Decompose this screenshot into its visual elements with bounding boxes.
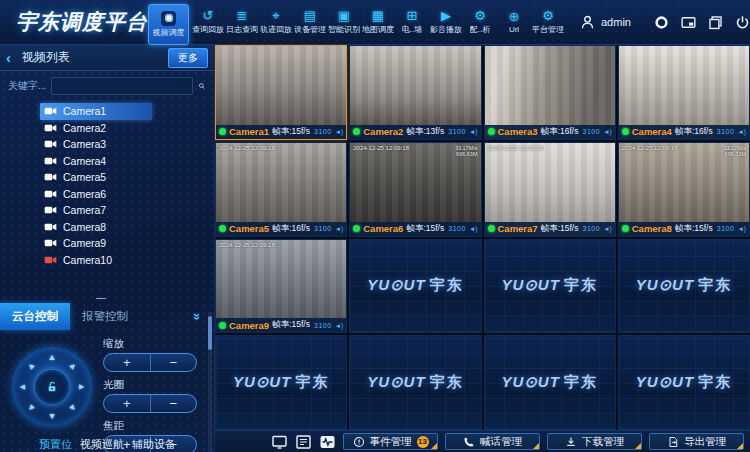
audio-icon[interactable]: ◄) bbox=[469, 128, 478, 135]
broadcast-management-button[interactable]: 喊话管理 bbox=[445, 433, 540, 450]
more-button[interactable]: 更多 bbox=[168, 48, 208, 68]
empty-tile[interactable]: YU⊙UT宇东 bbox=[349, 335, 481, 430]
link-presets[interactable]: 预置位 bbox=[39, 437, 72, 452]
tab-ptz-control[interactable]: 云台控制 bbox=[0, 303, 70, 330]
camera-icon bbox=[44, 172, 57, 182]
video-tile-camera9[interactable]: 2024-12-25 12:09:18 Camera9 帧率:15f/s 310… bbox=[215, 239, 347, 334]
nav-track-playback[interactable]: ⌖ 轨迹回放 bbox=[259, 0, 293, 45]
settings-icon[interactable] bbox=[653, 14, 670, 31]
export-management-button[interactable]: 导出管理 bbox=[649, 433, 744, 450]
audio-icon[interactable]: ◄) bbox=[335, 128, 344, 135]
list-panel-icon[interactable] bbox=[295, 434, 312, 450]
nav-map-dispatch[interactable]: ▦ 地图调度 bbox=[361, 0, 395, 45]
joystick-right[interactable]: ▲ bbox=[76, 381, 88, 393]
empty-tile[interactable]: YU⊙UT宇东 bbox=[484, 335, 616, 430]
empty-tile[interactable]: YU⊙UT宇东 bbox=[618, 335, 750, 430]
online-dot bbox=[488, 225, 495, 232]
video-tile-camera1[interactable]: Camera1 帧率:15f/s 3100 ◄) bbox=[215, 45, 347, 140]
empty-tile[interactable]: YU⊙UT宇东 bbox=[618, 239, 750, 334]
camera-item-7[interactable]: Camera7 bbox=[0, 202, 214, 219]
joystick-up[interactable]: ▲ bbox=[46, 351, 58, 363]
zoom-minus-button[interactable]: − bbox=[151, 354, 197, 371]
chevron-down-icon[interactable]: » bbox=[190, 313, 205, 320]
iris-minus-button[interactable]: − bbox=[151, 395, 197, 412]
video-tile-camera2[interactable]: Camera2 帧率:13f/s 3100 ◄) bbox=[349, 45, 481, 140]
audio-icon[interactable]: ◄) bbox=[335, 225, 344, 232]
nav-log-query[interactable]: ≣ 日志查询 bbox=[225, 0, 259, 45]
collapse-sidebar-icon[interactable]: ‹ bbox=[6, 50, 22, 66]
camera-item-8[interactable]: Camera8 bbox=[0, 219, 214, 236]
video-tile-camera8[interactable]: 2024-12-25 12:09:18 33.17M/s 696.63M Cam… bbox=[618, 142, 750, 237]
link-video-cruise[interactable]: 视频巡航 bbox=[80, 437, 124, 452]
zoom-plus-button[interactable]: + bbox=[104, 354, 151, 371]
online-dot bbox=[353, 128, 360, 135]
audio-icon[interactable]: ◄) bbox=[603, 225, 612, 232]
video-tile-camera5[interactable]: 2024-12-25 12:09:18 Camera5 帧率:16f/s 310… bbox=[215, 142, 347, 237]
video-timestamp: 2024-12-25 12:09:18 bbox=[488, 145, 544, 151]
camera-item-10[interactable]: Camera10 bbox=[0, 252, 214, 269]
main-nav: 视频调度 ↺ 查询回放 ≣ 日志查询 ⌖ 轨迹回放 ▤ 设备管理 ▣ 智能识别 bbox=[148, 0, 565, 45]
nav-ai-recognition[interactable]: ▣ 智能识别 bbox=[327, 0, 361, 45]
video-tile-camera6[interactable]: 2024-12-25 12:09:18 33.17M/s 696.63M Cam… bbox=[349, 142, 481, 237]
nav-video-dispatch[interactable]: 视频调度 bbox=[148, 4, 189, 45]
camera-item-1[interactable]: Camera1 bbox=[0, 103, 214, 120]
camera-item-3[interactable]: Camera3 bbox=[0, 136, 214, 153]
joystick-left[interactable]: ▲ bbox=[16, 381, 28, 393]
monitor-icon[interactable] bbox=[271, 434, 288, 450]
panel-collapse-handle[interactable]: — bbox=[96, 292, 106, 303]
ptz-joystick[interactable]: ▲ ▲ ▲ ▲ ▲ ▲ ▲ ▲ bbox=[12, 347, 92, 427]
waveform-icon[interactable] bbox=[319, 434, 336, 450]
restore-icon[interactable] bbox=[707, 14, 724, 31]
camera-icon bbox=[44, 106, 57, 116]
link-aux-devices[interactable]: 辅助设备 bbox=[132, 437, 176, 452]
empty-tile[interactable]: YU⊙UT宇东 bbox=[484, 239, 616, 334]
audio-icon[interactable]: ◄) bbox=[335, 322, 344, 329]
camera-item-9[interactable]: Camera9 bbox=[0, 235, 214, 252]
nav-config-analysis[interactable]: ⚙ 配..析 bbox=[463, 0, 497, 45]
video-tile-camera3[interactable]: Camera3 帧率:16f/s 3100 ◄) bbox=[484, 45, 616, 140]
search-icon[interactable] bbox=[198, 79, 206, 93]
download-management-button[interactable]: 下载管理 bbox=[547, 433, 642, 450]
nav-url[interactable]: ⊕ Url bbox=[497, 0, 531, 45]
event-management-button[interactable]: 事件管理 13 bbox=[343, 433, 438, 450]
download-icon bbox=[565, 436, 577, 448]
top-bar: 宇东调度平台 视频调度 ↺ 查询回放 ≣ 日志查询 ⌖ 轨迹回放 ▤ 设备管理 bbox=[0, 0, 750, 45]
watermark-logo: YU⊙UT宇东 bbox=[367, 276, 463, 295]
camera-item-4[interactable]: Camera4 bbox=[0, 153, 214, 170]
audio-icon[interactable]: ◄) bbox=[603, 128, 612, 135]
audio-icon[interactable]: ◄) bbox=[737, 225, 746, 232]
nav-tv-wall[interactable]: ⊞ 电..墙 bbox=[395, 0, 429, 45]
joystick-down-left[interactable]: ▲ bbox=[22, 400, 39, 417]
keyword-input[interactable] bbox=[51, 77, 193, 95]
camera-icon-red bbox=[44, 255, 57, 265]
nav-device-mgmt[interactable]: ▤ 设备管理 bbox=[293, 0, 327, 45]
empty-tile[interactable]: YU⊙UT宇东 bbox=[215, 335, 347, 430]
panel-scrollbar[interactable] bbox=[208, 312, 212, 452]
scrollbar-thumb[interactable] bbox=[208, 316, 212, 350]
stream-stats: 33.17M/s 696.63M bbox=[723, 145, 746, 158]
empty-tile[interactable]: YU⊙UT宇东 bbox=[349, 239, 481, 334]
tab-alarm-control[interactable]: 报警控制 bbox=[70, 303, 140, 330]
nav-media-play[interactable]: ▶ 影音播放 bbox=[429, 0, 463, 45]
camera-item-2[interactable]: Camera2 bbox=[0, 120, 214, 137]
iris-plus-button[interactable]: + bbox=[104, 395, 151, 412]
video-tile-camera7[interactable]: 2024-12-25 12:09:18 Camera7 帧率:15f/s 310… bbox=[484, 142, 616, 237]
audio-icon[interactable]: ◄) bbox=[737, 128, 746, 135]
camera-item-5[interactable]: Camera5 bbox=[0, 169, 214, 186]
camera-item-6[interactable]: Camera6 bbox=[0, 186, 214, 203]
video-timestamp: 2024-12-25 12:09:18 bbox=[219, 145, 275, 151]
nav-query-playback[interactable]: ↺ 查询回放 bbox=[191, 0, 225, 45]
video-tile-camera4[interactable]: Camera4 帧率:16f/s 3100 ◄) bbox=[618, 45, 750, 140]
user-menu[interactable]: admin bbox=[579, 14, 631, 31]
joystick-up-left[interactable]: ▲ bbox=[22, 357, 39, 374]
joystick-up-right[interactable]: ▲ bbox=[65, 357, 82, 374]
track-pin-icon: ⌖ bbox=[272, 9, 279, 23]
power-icon[interactable] bbox=[734, 14, 750, 31]
tile-info-bar: Camera5 帧率:16f/s 3100 ◄) bbox=[216, 222, 346, 236]
pip-icon[interactable] bbox=[680, 14, 697, 31]
joystick-down-right[interactable]: ▲ bbox=[65, 400, 82, 417]
nav-platform-mgmt[interactable]: ⚙ 平台管理 bbox=[531, 0, 565, 45]
audio-icon[interactable]: ◄) bbox=[469, 225, 478, 232]
joystick-down[interactable]: ▲ bbox=[46, 411, 58, 423]
device-icon: ▤ bbox=[304, 9, 316, 23]
